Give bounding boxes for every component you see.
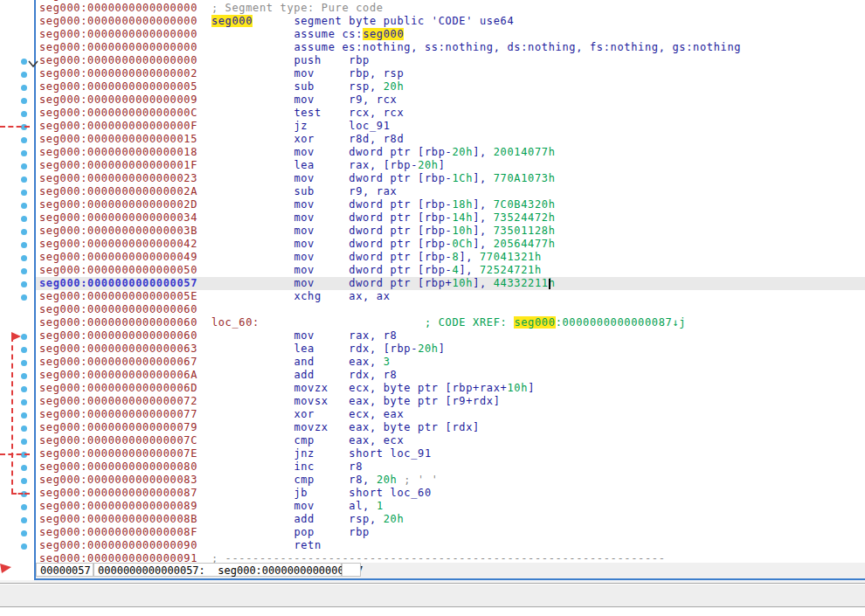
instruction-dot-icon — [21, 334, 27, 340]
instruction-dot-icon — [21, 150, 27, 156]
disasm-line[interactable]: seg000:0000000000000083 cmp r8, 20h ; ' … — [39, 474, 439, 487]
disasm-line[interactable]: seg000:000000000000007E jnz short loc_91 — [39, 447, 432, 460]
disasm-line[interactable]: seg000:0000000000000000 seg000 segment b… — [39, 15, 514, 28]
instruction-dot-icon — [21, 373, 27, 379]
status-address-field: 00000057 — [36, 563, 93, 577]
instruction-dot-icon — [21, 543, 27, 550]
disasm-line[interactable]: seg000:000000000000006A add rdx, r8 — [39, 369, 398, 382]
disasm-line[interactable]: seg000:0000000000000000 ; Segment type: … — [39, 2, 384, 15]
disasm-line[interactable]: seg000:0000000000000000 assume es:nothin… — [39, 41, 741, 54]
instruction-dot-icon — [21, 229, 27, 235]
disasm-line[interactable]: seg000:0000000000000015 xor r8d, r8d — [39, 133, 404, 146]
disasm-line[interactable]: seg000:000000000000008F pop rbp — [39, 526, 370, 539]
disasm-line[interactable]: seg000:000000000000008B add rsp, 20h — [39, 513, 404, 526]
instruction-dot-icon — [21, 439, 27, 445]
instruction-dot-icon — [21, 190, 27, 196]
instruction-dot-icon — [21, 360, 27, 366]
jump-arrow-loop-horizontal — [11, 493, 30, 495]
disasm-line[interactable]: seg000:0000000000000018 mov dword ptr [r… — [39, 146, 556, 159]
status-empty-field — [342, 563, 361, 577]
instruction-dot-icon — [21, 268, 27, 274]
disasm-line[interactable]: seg000:000000000000002D mov dword ptr [r… — [39, 198, 556, 211]
disasm-line[interactable]: seg000:0000000000000057 mov dword ptr [r… — [39, 277, 556, 290]
instruction-dot-icon — [21, 111, 27, 117]
text-caret — [549, 279, 550, 289]
instruction-dot-icon — [21, 242, 27, 248]
disasm-line[interactable]: seg000:0000000000000060 — [39, 303, 197, 316]
status-bar: 00000057 0000000000000057: seg000:000000… — [36, 563, 865, 578]
instruction-dot-icon — [21, 176, 27, 183]
disasm-line[interactable]: seg000:0000000000000042 mov dword ptr [r… — [39, 238, 556, 251]
disasm-line[interactable]: seg000:000000000000005E xchg ax, ax — [39, 290, 391, 303]
instruction-dot-icon — [21, 412, 27, 419]
instruction-dot-icon — [21, 294, 27, 301]
collapsed-panel-strip[interactable] — [0, 585, 865, 606]
disasm-line[interactable]: seg000:0000000000000060 mov rax, r8 — [39, 329, 398, 343]
disasm-line[interactable]: seg000:0000000000000080 inc r8 — [39, 460, 363, 474]
disasm-line[interactable]: seg000:0000000000000079 movzx eax, byte … — [39, 421, 480, 434]
disasm-line[interactable]: seg000:0000000000000005 sub rsp, 20h — [39, 80, 404, 93]
disasm-line[interactable]: seg000:0000000000000067 and eax, 3 — [39, 356, 391, 369]
instruction-dot-icon — [21, 163, 27, 170]
status-location-field: 0000000000000057: seg000:000000000000005… — [93, 563, 342, 577]
disasm-line[interactable]: seg000:0000000000000063 lea rdx, [rbp-20… — [39, 343, 446, 356]
instruction-dot-icon — [21, 255, 27, 261]
collapse-chevron-icon[interactable] — [28, 55, 38, 64]
jump-arrow-head-icon — [11, 332, 21, 341]
disasm-line[interactable]: seg000:0000000000000089 mov al, 1 — [39, 500, 384, 513]
instruction-dot-icon — [21, 137, 27, 143]
disasm-line[interactable]: seg000:000000000000000F jz loc_91 — [39, 120, 391, 133]
disasm-line[interactable]: seg000:0000000000000091 ; --------------… — [39, 552, 666, 563]
bottom-whitespace — [0, 607, 865, 616]
disasm-line[interactable]: seg000:000000000000002A sub r9, rax — [39, 185, 398, 198]
offscreen-jump-arrow-icon — [0, 562, 14, 574]
disassembly-view[interactable]: seg000:0000000000000000seg000:0000000000… — [0, 0, 865, 563]
instruction-dot-icon — [21, 98, 27, 104]
instruction-dot-icon — [21, 72, 27, 78]
disasm-line[interactable]: seg000:0000000000000002 mov rbp, rsp — [39, 67, 404, 80]
instruction-dot-icon — [21, 386, 27, 392]
disasm-line[interactable]: seg000:0000000000000000 push rbp — [39, 54, 370, 67]
instruction-dot-icon — [21, 216, 27, 222]
disasm-line[interactable]: seg000:000000000000006D movzx ecx, byte … — [39, 382, 535, 395]
instruction-dot-icon — [21, 530, 27, 536]
disasm-line[interactable]: seg000:0000000000000049 mov dword ptr [r… — [39, 251, 542, 264]
disasm-line[interactable]: seg000:0000000000000050 mov dword ptr [r… — [39, 264, 542, 277]
jump-arrow-offscreen — [0, 453, 30, 455]
ida-disassembly-window: seg000:0000000000000000seg000:0000000000… — [0, 0, 865, 616]
instruction-dot-icon — [21, 504, 27, 510]
disasm-line[interactable]: seg000:0000000000000034 mov dword ptr [r… — [39, 211, 556, 225]
disasm-line[interactable]: seg000:0000000000000009 mov r9, rcx — [39, 93, 398, 107]
disasm-line[interactable]: seg000:0000000000000087 jb short loc_60 — [39, 487, 432, 500]
disasm-line[interactable]: seg000:0000000000000077 xor ecx, eax — [39, 408, 404, 421]
jump-arrow-offscreen — [0, 126, 30, 128]
disasm-line[interactable]: seg000:000000000000003B mov dword ptr [r… — [39, 225, 556, 238]
instruction-dot-icon — [21, 426, 27, 432]
disasm-line[interactable]: seg000:0000000000000060 loc_60: ; CODE X… — [39, 316, 686, 329]
instruction-dot-icon — [21, 203, 27, 209]
view-focus-border-left — [34, 0, 36, 579]
instruction-dot-icon — [21, 85, 27, 91]
instruction-dot-icon — [21, 347, 27, 353]
instruction-dot-icon — [21, 517, 27, 523]
instruction-dot-icon — [21, 465, 27, 471]
disasm-line[interactable]: seg000:000000000000001F lea rax, [rbp-20… — [39, 159, 446, 172]
instruction-dot-icon — [21, 281, 27, 287]
disasm-line[interactable]: seg000:0000000000000072 movsx eax, byte … — [39, 395, 501, 408]
instruction-dot-icon — [21, 59, 27, 65]
disasm-line[interactable]: seg000:000000000000007C cmp eax, ecx — [39, 434, 404, 447]
disasm-line[interactable]: seg000:0000000000000000 assume cs:seg000 — [39, 28, 404, 41]
disasm-line[interactable]: seg000:0000000000000023 mov dword ptr [r… — [39, 172, 556, 185]
jump-arrow-loop-vertical — [11, 336, 13, 494]
instruction-dot-icon — [21, 478, 27, 484]
instruction-dot-icon — [21, 399, 27, 405]
disasm-line[interactable]: seg000:0000000000000090 retn — [39, 539, 322, 552]
disasm-line[interactable]: seg000:000000000000000C test rcx, rcx — [39, 107, 404, 120]
